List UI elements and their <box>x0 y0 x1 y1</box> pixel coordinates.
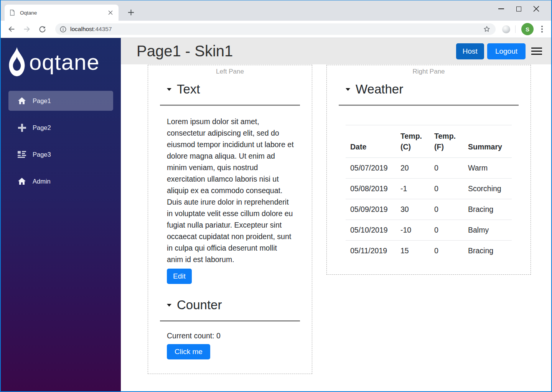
browser-toolbar: localhost:44357 S <box>1 21 551 38</box>
hamburger-icon <box>531 48 542 49</box>
column-header-summary: Summary <box>463 125 512 158</box>
extension-icon[interactable] <box>502 25 510 33</box>
cell-summary: Scorching <box>463 179 512 199</box>
logout-button[interactable]: Logout <box>487 43 526 59</box>
weather-table-header-row: Date Temp. (C) Temp. (F) Summary <box>346 125 512 158</box>
current-count-text: Current count: 0 <box>167 331 293 340</box>
back-arrow-icon <box>7 25 16 33</box>
table-row: 05/09/2019 30 0 Bracing <box>346 199 512 220</box>
forward-arrow-icon <box>23 25 31 33</box>
module-title: Counter <box>177 298 222 312</box>
forward-button[interactable] <box>22 25 31 34</box>
module-header: Weather <box>339 80 519 99</box>
browser-menu-button[interactable] <box>541 26 543 33</box>
weather-module: Weather Date Temp. (C) Temp. (F) <box>339 80 519 261</box>
address-bar[interactable]: localhost:44357 <box>55 23 496 35</box>
cell-temp-f: 0 <box>430 179 463 199</box>
column-header-date: Date <box>346 125 396 158</box>
droplet-icon <box>7 46 26 78</box>
cell-temp-c: -1 <box>396 179 430 199</box>
column-header-temp-c: Temp. (C) <box>396 125 430 158</box>
module-content: Current count: 0 Click me <box>160 321 300 359</box>
logo-wordmark: oqtane <box>29 51 99 73</box>
cell-summary: Warm <box>463 158 512 179</box>
sidebar-item-page1[interactable]: Page1 <box>8 91 113 111</box>
reload-icon <box>38 25 46 33</box>
maximize-icon <box>516 7 521 11</box>
plus-icon <box>18 124 26 132</box>
cell-summary: Bracing <box>463 241 512 261</box>
module-actions-caret-icon[interactable] <box>167 88 171 91</box>
cell-temp-c: 15 <box>396 241 430 261</box>
header-actions: Host Logout <box>456 43 542 59</box>
cell-date: 05/09/2019 <box>346 199 396 220</box>
right-pane: Right Pane Weather Date <box>326 65 531 275</box>
cell-date: 05/10/2019 <box>346 220 396 241</box>
bookmark-button[interactable] <box>483 25 491 33</box>
url-text[interactable]: localhost:44357 <box>70 26 112 33</box>
cell-summary: Bracing <box>463 199 512 220</box>
edit-button[interactable]: Edit <box>167 269 192 284</box>
column-header-temp-f: Temp. (F) <box>430 125 463 158</box>
sidebar-item-page2[interactable]: Page2 <box>8 118 113 138</box>
table-row: 05/11/2019 15 0 Bracing <box>346 241 512 261</box>
tab-close-button[interactable] <box>107 9 114 16</box>
cell-temp-c: 30 <box>396 199 430 220</box>
home-icon <box>18 178 26 185</box>
tab-title: Oqtane <box>20 10 107 16</box>
sidebar: oqtane Page1 <box>1 38 121 391</box>
sidebar-item-admin[interactable]: Admin <box>8 171 113 191</box>
home-icon <box>18 97 26 104</box>
module-content: Lorem ipsum dolor sit amet, consectetur … <box>160 106 300 284</box>
cell-date: 05/07/2019 <box>346 158 396 179</box>
lorem-text: Lorem ipsum dolor sit amet, consectetur … <box>167 116 295 265</box>
module-content: Date Temp. (C) Temp. (F) Summary 05/07/2… <box>339 106 519 261</box>
table-row: 05/10/2019 -10 0 Balmy <box>346 220 512 241</box>
site-info-icon[interactable] <box>60 26 66 33</box>
text-module: Text Lorem ipsum dolor sit amet, consect… <box>160 80 300 284</box>
list-rich-icon <box>18 151 26 158</box>
page-content: Left Pane Text Lorem ipsum dolor sit ame… <box>121 64 551 391</box>
host-button[interactable]: Host <box>456 43 484 59</box>
page-favicon-icon <box>9 10 15 16</box>
table-row: 05/07/2019 20 0 Warm <box>346 158 512 179</box>
pane-label: Left Pane <box>148 68 312 75</box>
tab-strip: Oqtane <box>1 0 551 21</box>
minimize-button[interactable] <box>492 3 510 14</box>
star-icon <box>483 25 491 33</box>
cell-date: 05/08/2019 <box>346 179 396 199</box>
browser-window: Oqtane <box>0 0 552 392</box>
cell-temp-f: 0 <box>430 158 463 179</box>
close-icon <box>108 10 113 15</box>
module-actions-caret-icon[interactable] <box>346 88 350 91</box>
page-title: Page1 - Skin1 <box>137 43 233 60</box>
cell-temp-f: 0 <box>430 241 463 261</box>
sidebar-item-page3[interactable]: Page3 <box>8 144 113 164</box>
back-button[interactable] <box>7 25 16 34</box>
profile-avatar[interactable]: S <box>521 23 534 35</box>
sidebar-item-label: Page2 <box>33 124 51 131</box>
click-me-button[interactable]: Click me <box>167 344 210 359</box>
toolbar-divider <box>515 25 516 33</box>
reload-button[interactable] <box>38 25 47 34</box>
module-title: Text <box>177 82 200 97</box>
close-window-button[interactable] <box>527 3 545 14</box>
module-actions-caret-icon[interactable] <box>167 304 171 307</box>
cell-summary: Balmy <box>463 220 512 241</box>
app-area: oqtane Page1 <box>1 38 551 391</box>
menu-toggle-button[interactable] <box>531 46 542 57</box>
browser-tab[interactable]: Oqtane <box>5 5 119 21</box>
cell-temp-c: -10 <box>396 220 430 241</box>
plus-icon <box>128 10 134 15</box>
new-tab-button[interactable] <box>126 8 135 17</box>
oqtane-logo[interactable]: oqtane <box>1 46 121 79</box>
cell-temp-f: 0 <box>430 220 463 241</box>
maximize-button[interactable] <box>510 3 527 14</box>
sidebar-item-label: Page3 <box>33 151 51 158</box>
page-header: Page1 - Skin1 Host Logout <box>121 38 551 64</box>
cell-temp-c: 20 <box>396 158 430 179</box>
cell-date: 05/11/2019 <box>346 241 396 261</box>
close-icon <box>533 6 539 12</box>
minimize-icon <box>498 8 504 9</box>
sidebar-item-label: Admin <box>33 178 51 185</box>
